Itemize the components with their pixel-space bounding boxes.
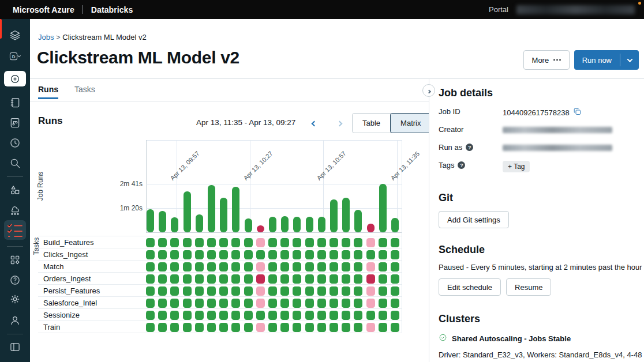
task-run-cell[interactable] xyxy=(342,250,350,259)
task-run-cell[interactable] xyxy=(268,262,277,272)
task-run-cell[interactable] xyxy=(158,311,167,320)
task-run-cell[interactable] xyxy=(158,238,167,247)
search-icon[interactable] xyxy=(0,157,30,170)
task-run-cell[interactable] xyxy=(146,250,155,259)
task-run-cell[interactable] xyxy=(280,299,289,308)
task-label[interactable]: Clicks_Ingest xyxy=(43,248,88,261)
task-run-cell[interactable] xyxy=(244,238,253,247)
task-run-cell[interactable] xyxy=(268,250,277,259)
task-run-cell[interactable] xyxy=(293,299,301,308)
task-run-cell[interactable] xyxy=(183,238,192,247)
run-bar[interactable] xyxy=(208,185,215,232)
task-label[interactable]: Persist_Features xyxy=(43,285,100,297)
task-run-cell[interactable] xyxy=(183,250,192,259)
task-run-cell[interactable] xyxy=(342,323,350,332)
task-run-cell[interactable] xyxy=(317,286,326,296)
task-run-cell[interactable] xyxy=(305,286,314,296)
run-bar[interactable] xyxy=(293,217,301,232)
task-run-cell[interactable] xyxy=(342,274,350,284)
task-run-cell[interactable] xyxy=(305,311,314,320)
task-run-cell[interactable] xyxy=(354,311,362,320)
task-run-cell[interactable] xyxy=(379,323,387,332)
partner-connect-icon[interactable] xyxy=(0,253,30,266)
task-run-cell[interactable] xyxy=(379,262,387,272)
task-run-cell[interactable] xyxy=(366,250,375,259)
task-run-cell[interactable] xyxy=(146,274,155,284)
run-bar[interactable] xyxy=(379,184,387,232)
task-run-cell[interactable] xyxy=(146,311,155,320)
task-run-cell[interactable] xyxy=(170,311,179,320)
repos-icon[interactable] xyxy=(0,116,30,129)
run-bar[interactable] xyxy=(269,217,276,232)
task-run-cell[interactable] xyxy=(354,286,362,296)
workspace-icon[interactable] xyxy=(0,96,30,109)
task-run-cell[interactable] xyxy=(317,274,326,284)
task-run-cell[interactable] xyxy=(244,286,253,296)
task-run-cell[interactable] xyxy=(280,262,289,272)
task-run-cell[interactable] xyxy=(195,286,204,296)
help-icon[interactable] xyxy=(0,273,30,286)
microsoft-azure-brand[interactable]: Microsoft Azure xyxy=(13,5,74,14)
task-run-cell[interactable] xyxy=(366,238,375,247)
task-run-cell[interactable] xyxy=(268,274,277,284)
task-run-cell[interactable] xyxy=(317,299,326,308)
settings-gear-icon[interactable] xyxy=(0,293,30,306)
tab-tasks[interactable]: Tasks xyxy=(74,79,95,99)
task-run-cell[interactable] xyxy=(354,238,362,247)
task-run-cell[interactable] xyxy=(330,262,338,272)
task-run-cell[interactable] xyxy=(268,311,277,320)
task-run-cell[interactable] xyxy=(170,238,179,247)
task-label[interactable]: Match xyxy=(43,261,63,273)
task-run-cell[interactable] xyxy=(231,238,240,247)
recents-icon[interactable] xyxy=(0,137,30,150)
task-run-cell[interactable] xyxy=(256,250,265,259)
task-run-cell[interactable] xyxy=(158,262,167,272)
task-run-cell[interactable] xyxy=(305,299,314,308)
task-run-cell[interactable] xyxy=(391,238,399,247)
task-run-cell[interactable] xyxy=(293,323,301,332)
task-run-cell[interactable] xyxy=(342,311,350,320)
task-run-cell[interactable] xyxy=(256,238,265,247)
task-run-cell[interactable] xyxy=(231,323,240,332)
task-run-cell[interactable] xyxy=(317,238,326,247)
task-run-cell[interactable] xyxy=(391,311,399,320)
task-run-cell[interactable] xyxy=(342,238,350,247)
task-run-cell[interactable] xyxy=(379,250,387,259)
resume-button[interactable]: Resume xyxy=(506,278,551,296)
portal-link[interactable]: Portal xyxy=(489,5,508,14)
task-run-cell[interactable] xyxy=(170,262,179,272)
task-run-cell[interactable] xyxy=(231,250,240,259)
run-bar[interactable] xyxy=(232,187,239,232)
task-run-cell[interactable] xyxy=(219,299,228,308)
task-run-cell[interactable] xyxy=(330,311,338,320)
task-run-cell[interactable] xyxy=(293,238,301,247)
task-run-cell[interactable] xyxy=(391,262,399,272)
task-run-cell[interactable] xyxy=(268,238,277,247)
task-run-cell[interactable] xyxy=(256,262,265,272)
task-run-cell[interactable] xyxy=(170,323,179,332)
task-run-cell[interactable] xyxy=(146,299,155,308)
task-run-cell[interactable] xyxy=(158,274,167,284)
task-run-cell[interactable] xyxy=(391,323,399,332)
task-run-cell[interactable] xyxy=(305,250,314,259)
run-bar[interactable] xyxy=(281,216,289,232)
run-bar[interactable] xyxy=(184,191,191,232)
edit-schedule-button[interactable]: Edit schedule xyxy=(439,278,501,296)
task-run-cell[interactable] xyxy=(280,311,289,320)
task-run-cell[interactable] xyxy=(268,323,277,332)
run-bar[interactable] xyxy=(330,199,338,232)
task-run-cell[interactable] xyxy=(244,274,253,284)
task-run-cell[interactable] xyxy=(231,299,240,308)
task-run-cell[interactable] xyxy=(354,323,362,332)
task-run-cell[interactable] xyxy=(305,262,314,272)
run-bar[interactable] xyxy=(306,217,313,232)
task-run-cell[interactable] xyxy=(268,299,277,308)
task-run-cell[interactable] xyxy=(366,262,375,272)
task-run-cell[interactable] xyxy=(231,262,240,272)
task-run-cell[interactable] xyxy=(170,274,179,284)
task-run-cell[interactable] xyxy=(256,286,265,296)
run-bar[interactable] xyxy=(220,198,227,232)
task-run-cell[interactable] xyxy=(354,299,362,308)
task-run-cell[interactable] xyxy=(366,311,375,320)
task-run-cell[interactable] xyxy=(183,262,192,272)
